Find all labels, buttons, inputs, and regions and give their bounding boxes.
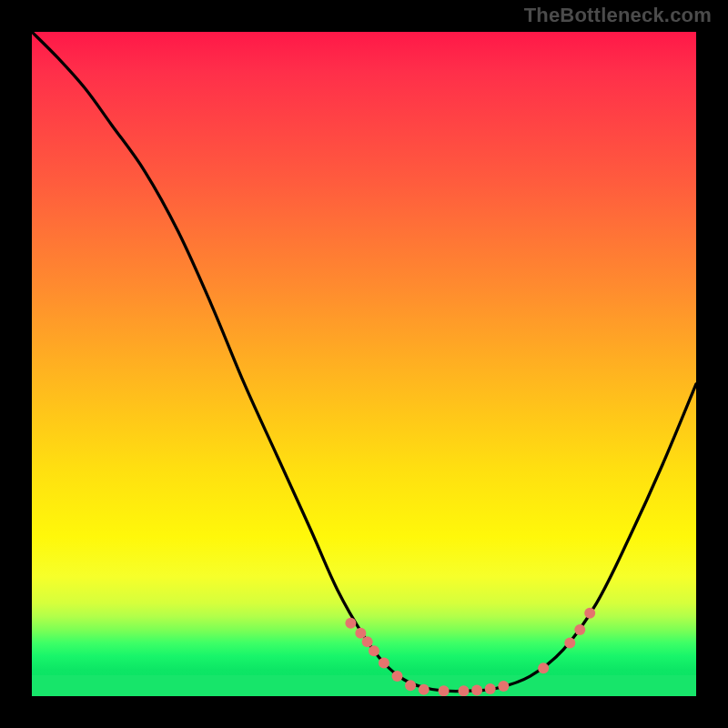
plot-area	[32, 32, 696, 696]
curve-marker	[564, 638, 575, 649]
curve-marker	[405, 680, 416, 691]
curve-marker	[419, 684, 430, 695]
curve-layer	[32, 32, 696, 696]
curve-marker	[538, 662, 549, 673]
curve-marker	[439, 685, 450, 696]
curve-marker	[379, 657, 389, 668]
curve-marker	[458, 685, 469, 696]
curve-marker	[584, 608, 595, 619]
curve-marker	[498, 681, 509, 692]
bottleneck-curve	[32, 32, 696, 692]
curve-marker	[369, 645, 379, 656]
curve-marker	[362, 636, 373, 647]
curve-marker	[485, 683, 496, 694]
curve-markers	[345, 608, 595, 696]
curve-marker	[471, 684, 482, 695]
chart-frame: TheBottleneck.com	[0, 0, 728, 728]
curve-marker	[391, 671, 402, 682]
curve-marker	[355, 628, 366, 639]
curve-marker	[574, 624, 585, 635]
watermark-text: TheBottleneck.com	[524, 4, 712, 27]
curve-marker	[345, 618, 356, 629]
